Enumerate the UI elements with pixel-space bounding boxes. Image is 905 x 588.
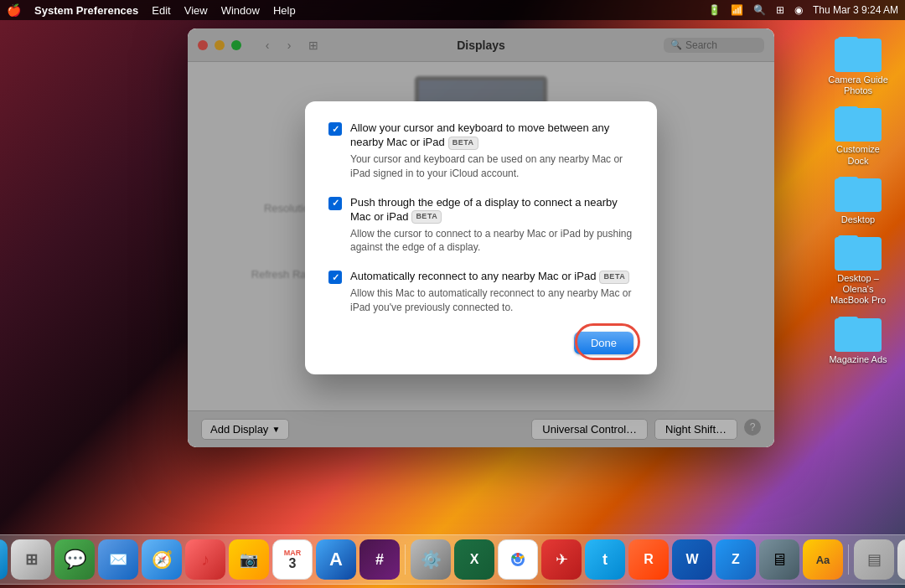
- folder-icon: [835, 313, 882, 352]
- checkbox-3[interactable]: ✓: [328, 271, 342, 284]
- dock-icon-reeder[interactable]: R: [628, 539, 669, 580]
- desktop-folder-desktop[interactable]: Desktop: [825, 173, 892, 225]
- desktop-folder-desktop-olena[interactable]: Desktop – Olena's MacBook Pro: [825, 232, 892, 307]
- dock-icon-launchpad[interactable]: ⊞: [11, 539, 51, 580]
- dock-icon-chrome[interactable]: [498, 539, 538, 580]
- modal-item-2-desc: Allow the cursor to connect to a nearby …: [350, 227, 634, 255]
- universal-control-modal: ✓ Allow your cursor and keyboard to move…: [305, 101, 657, 374]
- menu-edit[interactable]: Edit: [152, 4, 170, 17]
- modal-overlay: ✓ Allow your cursor and keyboard to move…: [188, 28, 774, 447]
- folder-label: Customize Dock: [825, 144, 892, 166]
- displays-window: ‹ › ⊞ Displays 🔍 Olena's M… Built-in Liq…: [188, 28, 774, 447]
- dock-icon-excel[interactable]: X: [454, 539, 494, 580]
- dock-icon-messages[interactable]: 💬: [54, 539, 95, 580]
- apple-menu[interactable]: 🍎: [7, 3, 21, 17]
- menu-view[interactable]: View: [184, 4, 208, 17]
- desktop-folder-customize[interactable]: Customize Dock: [825, 103, 892, 166]
- done-btn-wrapper: Done: [328, 332, 634, 354]
- folder-icon: [835, 173, 882, 212]
- modal-item-2: ✓ Push through the edge of a display to …: [328, 196, 634, 255]
- folder-icon: [835, 232, 882, 271]
- modal-item-3-desc: Allow this Mac to automatically reconnec…: [350, 286, 634, 315]
- dock-divider-1: [405, 544, 406, 575]
- desktop-folder-camera[interactable]: Camera Guide Photos: [825, 34, 892, 96]
- dock-icon-dict[interactable]: Aa: [803, 539, 843, 580]
- dock-icon-music[interactable]: ♪: [185, 539, 225, 580]
- modal-item-3-content: Automatically reconnect to any nearby Ma…: [350, 270, 634, 314]
- modal-item-2-title: Push through the edge of a display to co…: [350, 196, 634, 224]
- folder-label: Magazine Ads: [825, 354, 892, 365]
- dock-icon-settings[interactable]: ⚙️: [411, 539, 451, 580]
- desktop-items: Camera Guide Photos Customize Dock Deskt…: [825, 34, 892, 365]
- dock-icon-photos[interactable]: 📷: [229, 539, 269, 580]
- dock: 🔵 ⊞ 💬 ✉️ 🧭 ♪ 📷 MAR 3 A # ⚙️ X: [0, 534, 905, 585]
- checkbox-check-icon-2: ✓: [332, 198, 339, 209]
- search-icon[interactable]: 🔍: [753, 4, 766, 16]
- menu-window[interactable]: Window: [221, 4, 260, 17]
- dock-icon-slack[interactable]: #: [359, 539, 400, 580]
- modal-item-1-title: Allow your cursor and keyboard to move b…: [350, 121, 634, 150]
- modal-item-3-title: Automatically reconnect to any nearby Ma…: [350, 270, 634, 284]
- menubar: 🍎 System Preferences Edit View Window He…: [0, 0, 905, 20]
- app-name[interactable]: System Preferences: [34, 4, 138, 17]
- folder-icon: [835, 103, 882, 142]
- dock-icon-calendar[interactable]: MAR 3: [272, 539, 313, 580]
- modal-item-1: ✓ Allow your cursor and keyboard to move…: [328, 121, 634, 180]
- dock-icon-mail[interactable]: ✉️: [98, 539, 138, 580]
- modal-item-2-content: Push through the edge of a display to co…: [350, 196, 634, 255]
- battery-icon: 🔋: [708, 4, 721, 16]
- dock-icon-safari[interactable]: 🧭: [142, 539, 182, 580]
- dock-icon-displays[interactable]: 🖥: [759, 539, 799, 580]
- dock-icon-word[interactable]: W: [672, 539, 712, 580]
- folder-label: Desktop – Olena's MacBook Pro: [825, 273, 892, 307]
- beta-badge-2: BETA: [411, 210, 442, 224]
- modal-item-1-desc: Your cursor and keyboard can be used on …: [350, 152, 634, 181]
- dock-divider-2: [848, 544, 849, 575]
- menu-help[interactable]: Help: [273, 4, 296, 17]
- beta-badge-1: BETA: [448, 137, 478, 150]
- dock-icon-trash[interactable]: 🗑: [897, 539, 905, 580]
- checkbox-1[interactable]: ✓: [328, 122, 342, 136]
- folder-label: Desktop: [825, 214, 892, 225]
- wifi-icon: 📶: [731, 4, 743, 16]
- modal-item-3: ✓ Automatically reconnect to any nearby …: [328, 270, 634, 314]
- dock-icon-appstore[interactable]: A: [316, 539, 356, 580]
- done-button[interactable]: Done: [574, 332, 634, 354]
- control-center-icon[interactable]: ⊞: [776, 4, 784, 16]
- checkbox-2[interactable]: ✓: [328, 197, 342, 210]
- folder-label: Camera Guide Photos: [825, 75, 892, 96]
- siri-icon[interactable]: ◉: [794, 4, 803, 16]
- beta-badge-3: BETA: [599, 271, 629, 284]
- checkbox-check-icon: ✓: [332, 124, 339, 135]
- modal-item-1-content: Allow your cursor and keyboard to move b…: [350, 121, 634, 180]
- dock-icon-zoom[interactable]: Z: [716, 539, 756, 580]
- checkbox-check-icon-3: ✓: [332, 272, 339, 283]
- dock-icon-twitter[interactable]: t: [585, 539, 625, 580]
- desktop-folder-magazine[interactable]: Magazine Ads: [825, 313, 892, 365]
- dock-icon-airmail[interactable]: ✈: [541, 539, 582, 580]
- dock-icon-misc[interactable]: ▤: [854, 539, 894, 580]
- dock-icon-finder[interactable]: 🔵: [0, 539, 8, 580]
- folder-icon: [835, 34, 882, 72]
- datetime: Thu Mar 3 9:24 AM: [813, 4, 898, 16]
